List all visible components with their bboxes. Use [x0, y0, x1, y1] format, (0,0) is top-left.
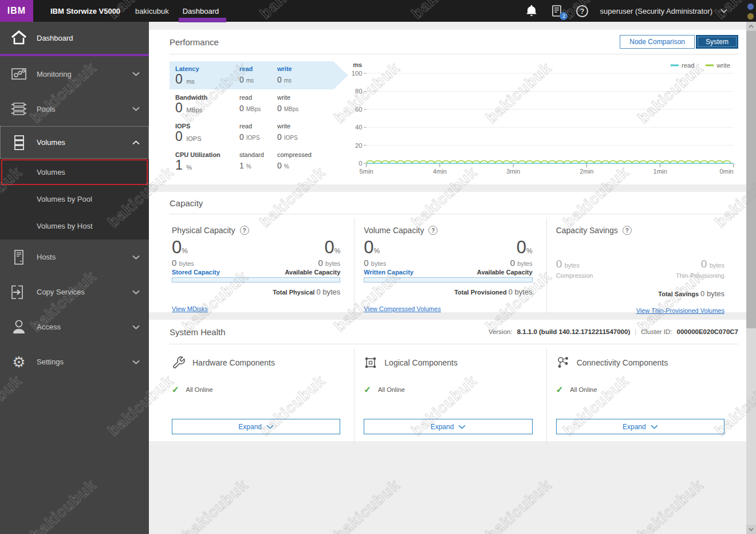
sidebar-label: Settings	[37, 358, 64, 366]
sidebar-item-hosts[interactable]: Hosts	[0, 239, 149, 274]
product-title: IBM Storwize V5000	[50, 7, 120, 15]
vertical-scrollbar[interactable]	[746, 22, 756, 534]
volume-capacity-panel: Volume Capacity ? 0% 0% 0 bytes 0 bytes …	[354, 218, 546, 315]
chevron-up-icon	[132, 140, 140, 145]
system-button[interactable]: System	[696, 35, 738, 49]
gridlines	[367, 73, 734, 146]
performance-section: Performance Node Comparison System Laten…	[149, 30, 746, 184]
hosts-icon	[9, 249, 29, 266]
sidebar-item-pools[interactable]: Pools	[0, 92, 149, 126]
bell-icon	[526, 5, 537, 17]
available-capacity-label: Available Capacity	[285, 269, 341, 276]
help-icon: ?	[576, 5, 588, 17]
performance-title: Performance	[170, 37, 219, 47]
chevron-up-icon	[749, 25, 754, 28]
chevron-down-icon	[749, 528, 754, 531]
expand-logical-button[interactable]: Expand	[364, 419, 532, 434]
svg-text:3min: 3min	[506, 168, 520, 175]
svg-text:60: 60	[355, 106, 362, 113]
ibm-logo[interactable]: IBM	[0, 0, 33, 22]
chevron-down-icon	[132, 360, 140, 364]
y-axis-title: ms	[353, 61, 362, 68]
sidebar-label: Access	[37, 323, 61, 331]
performance-view-toggle: Node Comparison System	[620, 35, 738, 49]
capacity-title: Capacity	[170, 198, 203, 208]
sidebar-item-copy-services[interactable]: Copy Services	[0, 274, 149, 309]
chevron-down-icon	[132, 107, 140, 111]
submenu-item-volumes[interactable]: Volumes	[0, 159, 149, 186]
stat-row-bandwidth[interactable]: Bandwidth 0 MBps read 0 MBps write 0 MBp…	[170, 90, 348, 118]
capacity-savings-panel: Capacity Savings ? 0 bytes Compression 0…	[546, 218, 738, 315]
submenu-item-volumes-by-host[interactable]: Volumes by Host	[0, 213, 149, 239]
help-button[interactable]: ?	[574, 3, 589, 18]
written-capacity-label[interactable]: Written Capacity	[364, 269, 414, 276]
legend-read-label: read	[682, 62, 694, 69]
chevron-down-icon	[132, 325, 140, 329]
hardware-components-panel: Hardware Components ✓ All Online Expand	[170, 348, 354, 445]
scrollbar-thumb[interactable]	[746, 31, 756, 328]
notifications-button[interactable]	[524, 3, 539, 18]
stat-row-cpu[interactable]: CPU Utilization 1 % standard 1 % compres…	[170, 147, 348, 175]
sidebar-item-dashboard[interactable]: Dashboard	[0, 22, 149, 54]
monitoring-icon	[9, 66, 29, 82]
status-text: All Online	[378, 386, 405, 393]
compression-savings: 0 bytes Compression	[556, 258, 593, 279]
help-icon[interactable]: ?	[623, 226, 632, 235]
performance-stats: Latency 0 ms read 0 ms write 0 ms Bandwi…	[170, 59, 348, 176]
write-label: write	[277, 94, 342, 101]
node-comparison-button[interactable]: Node Comparison	[620, 35, 695, 49]
submenu-item-volumes-by-pool[interactable]: Volumes by Pool	[0, 186, 149, 213]
view-mdisks-link[interactable]: View MDisks	[172, 305, 208, 312]
main-content: Performance Node Comparison System Laten…	[149, 22, 746, 534]
user-menu[interactable]: superuser (Security Administrator)	[600, 7, 727, 15]
version-label: Version:	[489, 328, 513, 335]
read-label: read	[239, 65, 277, 72]
component-title: Logical Components	[384, 358, 458, 367]
x-axis-ticks-marks	[367, 164, 734, 167]
svg-text:5min: 5min	[359, 168, 373, 175]
system-health-title: System Health	[170, 327, 226, 337]
check-icon: ✓	[364, 384, 371, 395]
panel-title: Physical Capacity	[172, 226, 235, 235]
expand-connectivity-button[interactable]: Expand	[556, 419, 724, 434]
gear-icon: ⚙	[9, 355, 29, 370]
running-tasks-button[interactable]: 2	[549, 3, 564, 18]
svg-text:4min: 4min	[433, 168, 447, 175]
cluster-id-label: Cluster ID:	[641, 328, 672, 335]
capacity-section: Capacity Physical Capacity ? 0% 0% 0 byt…	[149, 192, 746, 312]
sidebar-item-access[interactable]: Access	[0, 309, 149, 344]
chevron-down-icon	[720, 9, 727, 13]
top-bar: IBM IBM Storwize V5000 bakicubuk Dashboa…	[0, 0, 756, 22]
stored-capacity-label[interactable]: Stored Capacity	[172, 269, 220, 276]
home-icon	[9, 30, 29, 46]
sidebar-item-monitoring[interactable]: Monitoring	[0, 56, 149, 92]
submenu-label: Volumes	[37, 168, 65, 176]
sidebar-label: Copy Services	[37, 288, 85, 296]
sidebar-item-settings[interactable]: ⚙ Settings	[0, 344, 149, 379]
sidebar: Dashboard Monitoring Pools	[0, 22, 149, 534]
scroll-down-button[interactable]	[746, 525, 756, 534]
system-name-menu[interactable]: bakicubuk	[135, 7, 169, 15]
help-icon[interactable]: ?	[428, 226, 438, 235]
stat-row-iops[interactable]: IOPS 0 IOPS read 0 IOPS write 0 IOPS	[170, 119, 348, 147]
sidebar-label: Volumes	[37, 138, 65, 147]
x-axis-labels: 5min 4min 3min 2min 1min 0min	[359, 168, 733, 175]
check-icon: ✓	[556, 384, 564, 395]
edge-dot-blue	[747, 3, 754, 10]
view-compressed-volumes-link[interactable]: View Compressed Volumes	[364, 305, 440, 312]
view-thin-provisioned-volumes-link[interactable]: View Thin-Provisioned Volumes	[636, 307, 724, 314]
status-text: All Online	[570, 386, 597, 393]
help-icon[interactable]: ?	[240, 226, 249, 235]
connectivity-components-panel: Connectivity Components ✓ All Online Exp…	[546, 348, 738, 445]
sidebar-item-volumes[interactable]: Volumes	[0, 126, 149, 159]
access-icon	[9, 319, 29, 336]
thin-provisioning-savings: 0 bytes Thin-Provisioning	[676, 258, 724, 279]
tab-dashboard[interactable]: Dashboard	[183, 0, 219, 22]
stat-row-latency[interactable]: Latency 0 ms read 0 ms write 0 ms	[170, 61, 348, 89]
svg-text:2min: 2min	[580, 168, 593, 175]
write-label: write	[277, 65, 342, 72]
scroll-up-button[interactable]	[746, 22, 756, 31]
expand-hardware-button[interactable]: Expand	[172, 419, 340, 434]
svg-text:100: 100	[352, 70, 363, 77]
logical-components-panel: Logical Components ✓ All Online Expand	[354, 348, 546, 445]
